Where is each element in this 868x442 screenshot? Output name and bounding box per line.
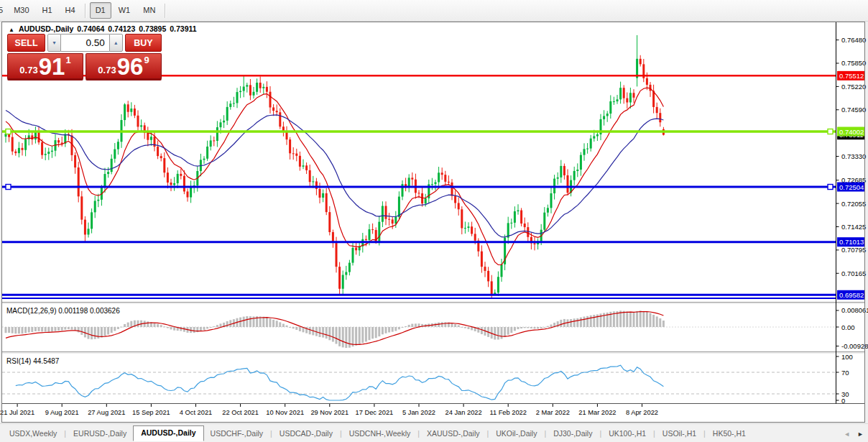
- volume-increase-button[interactable]: ▴: [109, 34, 123, 52]
- candle-body: [418, 193, 420, 193]
- macd-histogram-bar: [114, 327, 116, 331]
- date-tick-label: 21 Jul 2021: [0, 409, 34, 416]
- price-tick-label: 0.72055: [841, 200, 866, 208]
- timeframe-m30[interactable]: M30: [8, 2, 34, 19]
- candle-body: [421, 193, 423, 203]
- candle-body: [567, 175, 569, 193]
- candle-body: [259, 83, 262, 88]
- macd-histogram-bar: [415, 323, 417, 327]
- timeframe-toolbar: 5M30H1H4D1W1MN: [0, 0, 868, 22]
- candle-body: [309, 170, 311, 182]
- candle-body: [659, 113, 661, 122]
- tab-usdchf-daily[interactable]: USDCHF-,Daily: [204, 426, 270, 441]
- macd-histogram-bar: [586, 316, 588, 327]
- macd-histogram-bar: [22, 327, 24, 333]
- macd-histogram-bar: [170, 327, 172, 329]
- tab-eurusd-daily[interactable]: EURUSD-,Daily: [67, 426, 133, 441]
- candle-body: [206, 147, 208, 159]
- candle-body: [272, 107, 274, 111]
- volume-input[interactable]: 0.50: [61, 34, 109, 52]
- macd-histogram-bar: [656, 316, 658, 327]
- tab-dj30-daily[interactable]: DJ30-,Daily: [547, 426, 599, 441]
- panel-collapse-icon[interactable]: ▲: [9, 27, 14, 33]
- candle-body: [411, 178, 413, 179]
- tab-audusd-daily[interactable]: AUDUSD-,Daily: [133, 425, 203, 441]
- candle-body: [388, 219, 390, 220]
- candle-body: [107, 172, 109, 174]
- timeframe-5[interactable]: 5: [0, 2, 6, 19]
- price-badge-label: 0.71013: [839, 238, 864, 246]
- candle-body: [34, 132, 37, 139]
- candle-body: [342, 275, 344, 289]
- candle-body: [24, 139, 27, 150]
- tab-hk50-h1[interactable]: HK50-,H1: [706, 426, 752, 441]
- buy-button[interactable]: BUY: [125, 34, 162, 52]
- macd-histogram-bar: [276, 321, 278, 327]
- macd-histogram-bar: [590, 316, 592, 327]
- macd-histogram-bar: [279, 322, 281, 327]
- candle-body: [80, 196, 83, 219]
- macd-histogram-bar: [163, 326, 165, 327]
- macd-histogram-bar: [332, 327, 334, 342]
- macd-tick-label: 0.00: [841, 323, 855, 331]
- candle-body: [57, 140, 60, 142]
- price-badge-label: 0.69582: [839, 291, 864, 299]
- tab-usdx-weekly[interactable]: USDX,Weekly: [3, 426, 63, 441]
- macd-histogram-bar: [147, 321, 149, 327]
- timeframe-d1[interactable]: D1: [90, 2, 111, 19]
- timeframe-mn[interactable]: MN: [137, 2, 161, 19]
- sell-price-small: 0.73: [19, 65, 37, 75]
- candle-body: [560, 166, 562, 178]
- sell-price-box[interactable]: 0.73 91 1: [7, 53, 83, 80]
- sell-button[interactable]: SELL: [7, 34, 45, 52]
- candle-body: [355, 248, 357, 250]
- macd-histogram-bar: [193, 327, 195, 333]
- candle-body: [114, 149, 116, 159]
- macd-tick-label: -0.009286: [841, 342, 868, 350]
- macd-histogram-bar: [355, 327, 357, 346]
- price-tick-label: 0.75850: [841, 59, 866, 67]
- candle-body: [550, 193, 553, 208]
- macd-histogram-bar: [382, 327, 384, 334]
- candle-body: [104, 174, 106, 188]
- tab-xauusd-daily[interactable]: XAUUSD-,Daily: [420, 426, 486, 441]
- candle-body: [14, 152, 17, 153]
- candle-body: [348, 263, 351, 272]
- macd-histogram-bar: [547, 326, 549, 327]
- tab-scroll-left-icon[interactable]: ◄: [844, 431, 850, 438]
- tab-scroll-arrows: ◄ ►: [844, 429, 868, 438]
- candle-body: [246, 85, 248, 86]
- macd-histogram-bar: [385, 327, 387, 333]
- macd-histogram-bar: [200, 327, 202, 331]
- candle-body: [633, 93, 635, 98]
- volume-decrease-button[interactable]: ▾: [47, 34, 61, 52]
- macd-histogram-bar: [573, 318, 576, 327]
- candle-body: [497, 277, 499, 293]
- timeframe-w1[interactable]: W1: [113, 2, 137, 19]
- macd-histogram-bar: [392, 327, 394, 332]
- chart-tab-bar: USDX,Weekly|EURUSD-,DailyAUDUSD-,DailyUS…: [0, 423, 868, 442]
- candle-body: [47, 152, 50, 154]
- candle-body: [656, 107, 658, 113]
- timeframe-h1[interactable]: H1: [37, 2, 58, 19]
- macd-histogram-bar: [576, 318, 578, 327]
- macd-histogram-bar: [369, 327, 371, 340]
- buy-price-box[interactable]: 0.73 96 9: [86, 53, 162, 80]
- tab-scroll-right-icon[interactable]: ►: [857, 431, 864, 438]
- macd-histogram-bar: [550, 325, 553, 327]
- timeframe-h4[interactable]: H4: [60, 2, 81, 19]
- date-tick-label: 4 Oct 2021: [180, 409, 212, 416]
- macd-histogram-bar: [636, 311, 638, 327]
- macd-histogram-bar: [494, 327, 496, 340]
- tab-ukoil-daily[interactable]: UKOil-,Daily: [489, 426, 543, 441]
- candle-body: [471, 226, 473, 234]
- macd-histogram-bar: [5, 327, 7, 333]
- tab-uk100-h1[interactable]: UK100-,H1: [602, 426, 652, 441]
- tab-usdcad-daily[interactable]: USDCAD-,Daily: [273, 426, 339, 441]
- macd-histogram-bar: [662, 321, 665, 327]
- tab-usoil-h1[interactable]: USOil-,H1: [656, 426, 703, 441]
- tab-usdcnh-weekly[interactable]: USDCNH-,Weekly: [343, 426, 417, 441]
- candle-body: [563, 166, 565, 175]
- rsi-tick-label: 0: [841, 397, 845, 405]
- macd-histogram-bar: [534, 327, 536, 328]
